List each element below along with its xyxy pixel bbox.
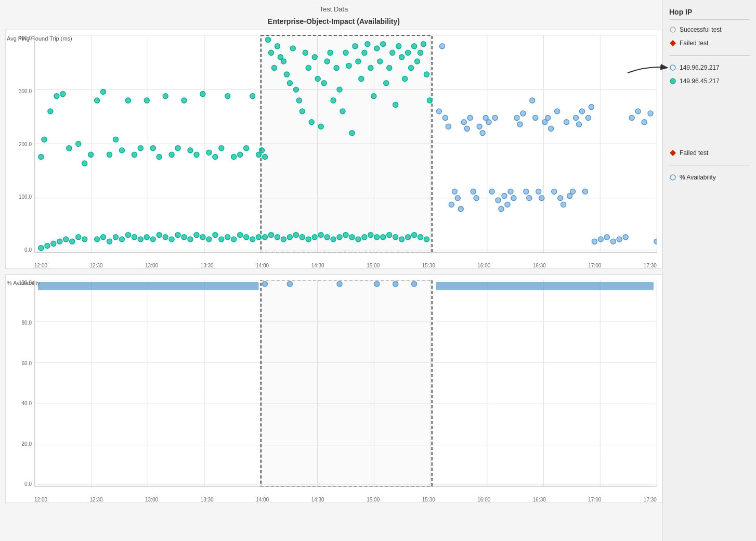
svg-point-136	[406, 50, 411, 55]
svg-point-93	[271, 66, 277, 71]
top-y-ticks: 400.0 300.0 200.0 100.0 0.0	[8, 35, 32, 253]
svg-point-216	[577, 122, 582, 127]
svg-point-155	[331, 237, 336, 242]
svg-point-211	[561, 202, 566, 207]
svg-point-206	[545, 115, 551, 120]
svg-point-71	[150, 237, 155, 242]
svg-point-123	[365, 42, 370, 47]
svg-point-114	[337, 87, 342, 92]
svg-point-179	[461, 120, 466, 125]
top-chart-svg	[35, 35, 657, 252]
svg-point-97	[284, 72, 289, 77]
svg-point-174	[446, 124, 451, 129]
svg-point-148	[287, 235, 292, 240]
svg-point-183	[474, 196, 479, 201]
svg-point-25	[82, 237, 87, 242]
svg-point-223	[604, 235, 609, 240]
svg-point-87	[250, 237, 255, 242]
svg-point-104	[306, 66, 311, 71]
svg-point-65	[113, 235, 118, 240]
svg-point-59	[244, 146, 249, 151]
svg-point-81	[213, 233, 218, 238]
svg-point-151	[306, 237, 311, 242]
svg-point-178	[458, 207, 463, 212]
svg-point-115	[340, 109, 345, 114]
page-title: Test Data	[5, 5, 662, 13]
svg-point-56	[225, 94, 230, 99]
svg-point-75	[175, 233, 180, 238]
svg-point-110	[324, 59, 330, 64]
svg-point-161	[368, 233, 373, 238]
svg-point-62	[95, 237, 100, 242]
svg-point-68	[132, 235, 137, 240]
svg-point-264	[670, 79, 675, 84]
svg-point-36	[101, 89, 106, 94]
svg-point-252	[263, 281, 268, 287]
svg-point-27	[42, 137, 47, 142]
svg-point-175	[449, 202, 454, 207]
svg-point-131	[390, 50, 395, 55]
svg-point-90	[263, 154, 268, 160]
svg-point-84	[231, 237, 237, 242]
svg-point-257	[412, 281, 417, 287]
svg-point-20	[51, 241, 56, 246]
legend-ip-2[interactable]: 149.96.45.217	[669, 78, 750, 85]
legend-separator-1	[669, 55, 750, 56]
svg-point-96	[281, 59, 286, 64]
svg-point-228	[635, 109, 641, 114]
svg-point-19	[45, 243, 50, 248]
svg-point-40	[125, 98, 131, 103]
svg-point-143	[427, 98, 432, 103]
svg-point-194	[508, 189, 513, 194]
svg-point-208	[552, 189, 557, 194]
svg-point-42	[138, 146, 143, 151]
svg-point-70	[144, 235, 149, 240]
svg-point-221	[592, 239, 597, 244]
svg-point-166	[399, 237, 405, 242]
legend-ip-1[interactable]: 149.96.29.217	[669, 64, 750, 71]
svg-point-112	[331, 98, 336, 103]
svg-point-212	[564, 120, 569, 125]
sidebar-title: Hop IP	[669, 8, 750, 20]
svg-point-184	[477, 124, 482, 129]
sidebar: Hop IP Successful test Failed test 149.9…	[662, 0, 756, 541]
svg-point-177	[455, 196, 460, 201]
svg-point-66	[119, 237, 124, 242]
svg-point-191	[499, 207, 504, 212]
svg-point-32	[76, 141, 81, 147]
svg-point-202	[533, 115, 538, 120]
svg-point-89	[259, 148, 265, 153]
svg-point-122	[362, 50, 367, 55]
svg-point-160	[362, 235, 367, 240]
svg-point-266	[670, 175, 675, 180]
svg-point-153	[318, 233, 323, 238]
svg-marker-265	[670, 150, 676, 156]
svg-point-158	[349, 235, 355, 240]
svg-point-138	[412, 44, 417, 49]
legend-successful-label: Successful test	[680, 26, 722, 33]
svg-point-224	[610, 239, 616, 244]
svg-point-26	[38, 154, 44, 160]
svg-point-193	[505, 202, 510, 207]
bottom-chart-svg	[35, 280, 657, 486]
legend-availability-label: % Availability	[680, 174, 716, 181]
svg-point-91	[266, 37, 271, 42]
svg-point-118	[349, 131, 355, 136]
top-chart-area[interactable]	[34, 35, 657, 253]
bottom-chart-area[interactable]	[34, 280, 657, 487]
svg-point-195	[511, 196, 516, 201]
svg-point-254	[337, 281, 342, 287]
svg-point-116	[343, 50, 348, 55]
svg-point-45	[157, 154, 162, 160]
top-chart-panel: Avg Ping Round Trip (ms) 400.0 300.0 200…	[5, 30, 662, 269]
svg-point-31	[67, 146, 72, 151]
svg-point-129	[384, 81, 389, 86]
svg-point-128	[381, 42, 386, 47]
svg-point-47	[169, 152, 174, 157]
svg-point-119	[353, 44, 358, 49]
legend-availability: % Availability	[669, 174, 750, 181]
svg-point-229	[642, 120, 647, 125]
svg-point-168	[412, 233, 417, 238]
svg-point-152	[312, 235, 317, 240]
svg-point-226	[623, 235, 628, 240]
